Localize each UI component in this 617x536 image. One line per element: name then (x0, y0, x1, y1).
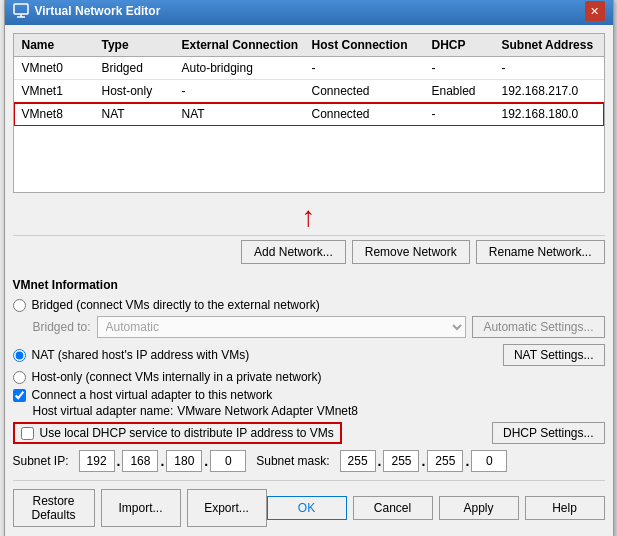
svg-rect-0 (14, 4, 28, 14)
window-title: Virtual Network Editor (35, 4, 161, 18)
subnet-ip-octet4[interactable] (210, 450, 246, 472)
bridged-to-select[interactable]: Automatic (97, 316, 467, 338)
nat-settings-button[interactable]: NAT Settings... (503, 344, 605, 366)
subnet-mask-octet1[interactable] (340, 450, 376, 472)
row1-subnet: 192.168.217.0 (498, 82, 600, 100)
ip-dot-1: . (117, 453, 121, 469)
subnet-ip-octet2[interactable] (122, 450, 158, 472)
main-content: Name Type External Connection Host Conne… (5, 25, 613, 536)
hostonly-label: Host-only (connect VMs internally in a p… (32, 370, 322, 384)
bridged-to-row: Bridged to: Automatic Automatic Settings… (33, 316, 605, 338)
table-row[interactable]: VMnet0 Bridged Auto-bridging - - - (14, 57, 604, 80)
subnet-row: Subnet IP: . . . Subnet mask: . . (13, 450, 605, 472)
row0-type: Bridged (98, 59, 178, 77)
mask-dot-3: . (465, 453, 469, 469)
hostonly-radio[interactable] (13, 371, 26, 384)
table-body: VMnet0 Bridged Auto-bridging - - - VMnet… (14, 57, 604, 126)
row2-external: NAT (178, 105, 308, 123)
bridged-radio-row: Bridged (connect VMs directly to the ext… (13, 298, 605, 312)
subnet-ip-inputs: . . . (79, 450, 247, 472)
dhcp-label: Use local DHCP service to distribute IP … (40, 426, 334, 440)
ip-dot-2: . (160, 453, 164, 469)
title-bar-left: Virtual Network Editor (13, 3, 161, 19)
bottom-left-buttons: Restore Defaults Import... Export... (13, 489, 267, 527)
row2-subnet: 192.168.180.0 (498, 105, 600, 123)
cancel-button[interactable]: Cancel (353, 496, 433, 520)
row0-name: VMnet0 (18, 59, 98, 77)
table-row-selected[interactable]: VMnet8 NAT NAT Connected - 192.168.180.0 (14, 103, 604, 126)
subnet-mask-octet2[interactable] (383, 450, 419, 472)
row2-host-conn: Connected (308, 105, 428, 123)
subnet-ip-octet3[interactable] (166, 450, 202, 472)
subnet-ip-octet1[interactable] (79, 450, 115, 472)
close-button[interactable]: ✕ (585, 1, 605, 21)
col-name: Name (18, 36, 98, 54)
subnet-mask-inputs: . . . (340, 450, 508, 472)
row1-type: Host-only (98, 82, 178, 100)
network-action-buttons: Add Network... Remove Network Rename Net… (13, 235, 605, 268)
nat-radio[interactable] (13, 349, 26, 362)
nat-radio-row: NAT (shared host's IP address with VMs) … (13, 344, 605, 366)
row1-dhcp: Enabled (428, 82, 498, 100)
col-type: Type (98, 36, 178, 54)
nat-label: NAT (shared host's IP address with VMs) (32, 348, 250, 362)
col-external: External Connection (178, 36, 308, 54)
vmnet-info-section: VMnet Information Bridged (connect VMs d… (13, 274, 605, 531)
row2-name: VMnet8 (18, 105, 98, 123)
vmnet-info-title: VMnet Information (13, 278, 605, 292)
row0-dhcp: - (428, 59, 498, 77)
subnet-mask-label: Subnet mask: (256, 454, 329, 468)
row0-host-conn: - (308, 59, 428, 77)
bridged-label: Bridged (connect VMs directly to the ext… (32, 298, 320, 312)
automatic-settings-button[interactable]: Automatic Settings... (472, 316, 604, 338)
dhcp-checkbox-group: Use local DHCP service to distribute IP … (13, 422, 342, 444)
dhcp-settings-button[interactable]: DHCP Settings... (492, 422, 604, 444)
network-table[interactable]: Name Type External Connection Host Conne… (13, 33, 605, 193)
import-button[interactable]: Import... (101, 489, 181, 527)
table-header: Name Type External Connection Host Conne… (14, 34, 604, 57)
bottom-right-buttons: OK Cancel Apply Help (267, 496, 605, 520)
window-icon (13, 3, 29, 19)
dhcp-checkbox[interactable] (21, 427, 34, 440)
export-button[interactable]: Export... (187, 489, 267, 527)
virtual-network-editor-window: Virtual Network Editor ✕ Name Type Exter… (4, 0, 614, 536)
subnet-mask-octet4[interactable] (471, 450, 507, 472)
arrow-indicator: ↑ (13, 199, 605, 235)
table-row[interactable]: VMnet1 Host-only - Connected Enabled 192… (14, 80, 604, 103)
row1-host-conn: Connected (308, 82, 428, 100)
rename-network-button[interactable]: Rename Network... (476, 240, 605, 264)
subnet-ip-label: Subnet IP: (13, 454, 69, 468)
help-button[interactable]: Help (525, 496, 605, 520)
bridged-to-label: Bridged to: (33, 320, 91, 334)
mask-dot-1: . (378, 453, 382, 469)
row2-dhcp: - (428, 105, 498, 123)
ok-button[interactable]: OK (267, 496, 347, 520)
bottom-buttons-row: Restore Defaults Import... Export... OK … (13, 480, 605, 527)
adapter-name-label-text: Host virtual adapter name: (33, 404, 174, 418)
ip-dot-3: . (204, 453, 208, 469)
apply-button[interactable]: Apply (439, 496, 519, 520)
row1-name: VMnet1 (18, 82, 98, 100)
add-network-button[interactable]: Add Network... (241, 240, 346, 264)
remove-network-button[interactable]: Remove Network (352, 240, 470, 264)
bridged-radio[interactable] (13, 299, 26, 312)
dhcp-row: Use local DHCP service to distribute IP … (13, 422, 605, 444)
col-subnet: Subnet Address (498, 36, 600, 54)
title-bar: Virtual Network Editor ✕ (5, 0, 613, 25)
up-arrow-icon: ↑ (302, 203, 316, 231)
row2-type: NAT (98, 105, 178, 123)
restore-defaults-button[interactable]: Restore Defaults (13, 489, 95, 527)
adapter-name-value: VMware Network Adapter VMnet8 (177, 404, 358, 418)
row0-external: Auto-bridging (178, 59, 308, 77)
row0-subnet: - (498, 59, 600, 77)
col-host-conn: Host Connection (308, 36, 428, 54)
host-adapter-label: Connect a host virtual adapter to this n… (32, 388, 273, 402)
mask-dot-2: . (421, 453, 425, 469)
host-adapter-checkbox[interactable] (13, 389, 26, 402)
hostonly-radio-row: Host-only (connect VMs internally in a p… (13, 370, 605, 384)
col-dhcp: DHCP (428, 36, 498, 54)
host-adapter-checkbox-row: Connect a host virtual adapter to this n… (13, 388, 605, 402)
subnet-mask-octet3[interactable] (427, 450, 463, 472)
adapter-name-row: Host virtual adapter name: VMware Networ… (33, 404, 605, 418)
row1-external: - (178, 82, 308, 100)
